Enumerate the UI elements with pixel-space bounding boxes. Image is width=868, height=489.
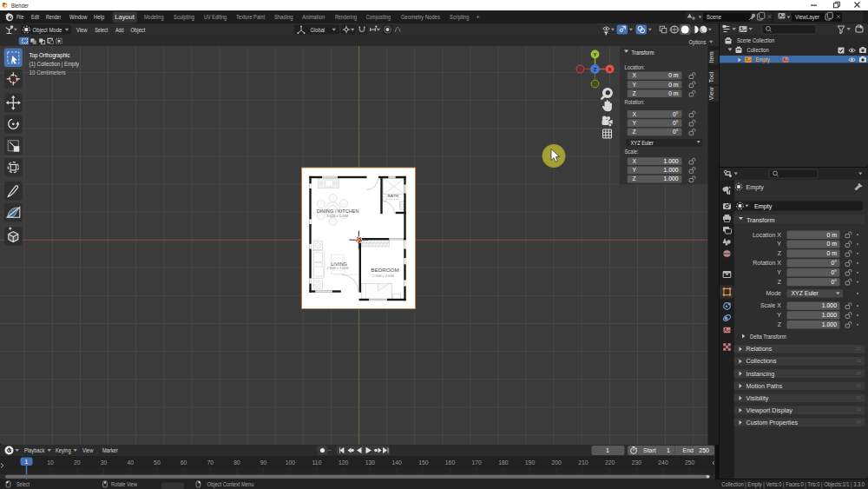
- svg-text:0 m: 0 m: [668, 81, 679, 87]
- svg-text:0 m: 0 m: [827, 241, 838, 247]
- svg-text:Select: Select: [16, 481, 30, 487]
- svg-text:Z: Z: [778, 321, 782, 327]
- svg-text:Y: Y: [777, 312, 781, 318]
- svg-text:Z: Z: [594, 66, 597, 71]
- svg-text:Scene: Scene: [707, 14, 721, 20]
- svg-text:3.00M x 3.40M: 3.00M x 3.40M: [326, 215, 348, 218]
- svg-text:Options: Options: [689, 37, 707, 45]
- svg-text:LIVING: LIVING: [331, 261, 347, 266]
- svg-text:View: View: [82, 447, 94, 453]
- svg-text:Marker: Marker: [102, 447, 118, 453]
- svg-text:Location X: Location X: [753, 232, 781, 238]
- svg-text:Viewport Display: Viewport Display: [746, 406, 793, 414]
- svg-text:Start: Start: [643, 447, 656, 453]
- svg-text:Y: Y: [633, 81, 637, 87]
- svg-text:Rotation X: Rotation X: [753, 260, 781, 266]
- svg-text:230: 230: [632, 459, 642, 466]
- svg-text:Help: Help: [94, 14, 104, 21]
- svg-text:XYZ Euler: XYZ Euler: [792, 290, 819, 296]
- svg-text:X: X: [633, 157, 637, 163]
- svg-text:2.50M x 3.60M: 2.50M x 3.60M: [372, 274, 394, 277]
- svg-text:10: 10: [47, 459, 54, 466]
- svg-text:200: 200: [552, 459, 562, 466]
- svg-text:Instancing: Instancing: [746, 370, 775, 378]
- svg-text:Scale X: Scale X: [760, 302, 781, 308]
- svg-text:90: 90: [260, 459, 267, 466]
- svg-text:Y: Y: [777, 241, 781, 247]
- svg-text:File: File: [16, 14, 24, 20]
- svg-text:UV Editing: UV Editing: [204, 14, 227, 21]
- svg-text:X: X: [633, 110, 637, 116]
- svg-text:Geometry Nodes: Geometry Nodes: [401, 14, 440, 21]
- svg-text:1.50M x 2.00M: 1.50M x 2.00M: [387, 197, 399, 199]
- svg-text:Top Orthographic: Top Orthographic: [30, 50, 70, 58]
- svg-text:0 m: 0 m: [668, 72, 679, 78]
- svg-text:Relations: Relations: [746, 345, 773, 353]
- svg-text:0°: 0°: [673, 129, 679, 135]
- svg-text:Y: Y: [594, 51, 597, 56]
- svg-text:Empty: Empty: [746, 183, 765, 191]
- svg-text:Global: Global: [311, 26, 326, 32]
- svg-text:100: 100: [286, 459, 296, 466]
- svg-text:20: 20: [74, 459, 81, 466]
- svg-text:0°: 0°: [673, 119, 679, 125]
- svg-text:Scale:: Scale:: [625, 148, 639, 154]
- svg-text:1.000: 1.000: [663, 157, 678, 163]
- svg-text:Modeling: Modeling: [144, 14, 164, 21]
- svg-text:Delta Transform: Delta Transform: [750, 333, 786, 340]
- svg-text:XYZ Euler: XYZ Euler: [631, 139, 654, 145]
- svg-text:Keying: Keying: [56, 447, 71, 454]
- svg-text:Empty: Empty: [754, 202, 773, 210]
- svg-text:1: 1: [25, 459, 29, 465]
- svg-text:120: 120: [339, 459, 349, 466]
- svg-text:10 Centimeters: 10 Centimeters: [30, 68, 67, 76]
- svg-text:170: 170: [472, 459, 483, 466]
- svg-text:Collection: Collection: [747, 45, 769, 53]
- svg-text:X: X: [608, 66, 612, 71]
- svg-text:Collection | Empty | Verts:0 |: Collection | Empty | Verts:0 | Faces:0 |…: [721, 481, 865, 488]
- svg-text:Custom Properties: Custom Properties: [746, 419, 799, 426]
- svg-text:Animation: Animation: [302, 14, 325, 20]
- svg-text:Add: Add: [115, 26, 124, 32]
- svg-text:View: View: [709, 87, 715, 100]
- svg-text:Rendering: Rendering: [335, 14, 357, 21]
- svg-text:0°: 0°: [831, 279, 837, 285]
- svg-text:40: 40: [127, 459, 134, 466]
- svg-text:Mode: Mode: [766, 290, 781, 296]
- svg-text:2.80M x 3.00M: 2.80M x 3.00M: [327, 267, 349, 270]
- svg-text:Rotate View: Rotate View: [111, 481, 138, 487]
- svg-text:Scripting: Scripting: [450, 14, 469, 21]
- svg-text:Object Context Menu: Object Context Menu: [207, 481, 254, 488]
- svg-text:210: 210: [578, 459, 589, 466]
- svg-text:1.000: 1.000: [822, 312, 837, 318]
- svg-text:BEDROOM: BEDROOM: [371, 268, 399, 273]
- svg-text:220: 220: [605, 459, 615, 466]
- svg-text:Rotation:: Rotation:: [625, 98, 645, 104]
- svg-text:1.000: 1.000: [822, 302, 837, 308]
- svg-text:Window: Window: [69, 14, 88, 20]
- svg-text:(1) Collection | Empty: (1) Collection | Empty: [30, 59, 80, 67]
- svg-text:ViewLayer: ViewLayer: [795, 14, 820, 21]
- svg-text:80: 80: [233, 459, 240, 466]
- svg-text:Transform: Transform: [632, 48, 654, 56]
- svg-text:Compositing: Compositing: [366, 14, 391, 21]
- svg-text:30: 30: [101, 459, 108, 466]
- svg-text:Z: Z: [778, 250, 782, 256]
- svg-text:+: +: [476, 13, 480, 21]
- svg-text:Y: Y: [633, 167, 637, 173]
- svg-text:1: 1: [606, 447, 609, 453]
- svg-text:View: View: [76, 26, 88, 32]
- svg-text:Object: Object: [131, 26, 146, 33]
- svg-text:Empty: Empty: [756, 55, 771, 63]
- svg-text:140: 140: [391, 459, 402, 466]
- svg-text:Object Mode: Object Mode: [33, 26, 62, 33]
- svg-text:Z: Z: [633, 129, 636, 135]
- svg-text:Z: Z: [778, 279, 782, 285]
- svg-text:DINING / KITCHEN: DINING / KITCHEN: [317, 208, 359, 214]
- svg-text:70: 70: [207, 459, 214, 466]
- svg-text:Sculpting: Sculpting: [174, 14, 194, 21]
- svg-text:0°: 0°: [831, 260, 837, 266]
- svg-text:Layout: Layout: [115, 14, 135, 21]
- svg-text:Motion Paths: Motion Paths: [746, 382, 783, 390]
- svg-text:Select: Select: [95, 26, 108, 32]
